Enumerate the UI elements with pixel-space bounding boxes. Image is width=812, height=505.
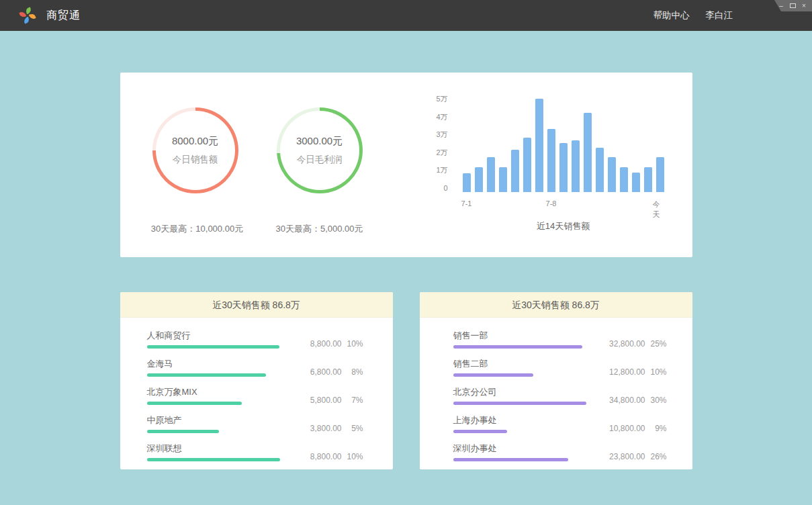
row-percent: 30% [645,396,667,405]
maximize-icon[interactable] [789,3,796,9]
help-center-link[interactable]: 帮助中心 [653,9,690,21]
row-bar [147,345,279,349]
row-value: 8,800.00 [288,340,342,349]
app-title: 商贸通 [46,9,81,23]
row-label: 销售一部 [453,330,592,342]
row-percent: 26% [645,453,667,461]
today-sales-donut-center: 8000.00元 今日销售额 [156,111,235,190]
sales-bar [475,167,483,192]
today-sales-value: 8000.00元 [172,135,218,148]
y-tick: 1万 [429,166,448,175]
today-sales-label: 今日销售额 [173,154,218,166]
today-profit-donut-center: 3000.00元 今日毛利润 [280,111,359,190]
row-percent: 25% [645,340,667,349]
sales-bar [511,150,519,192]
row-label: 金海马 [147,358,288,370]
sales-bar [644,167,652,192]
close-icon[interactable]: × [801,3,807,9]
row-percent: 10% [645,368,667,377]
x-tick-last: 今天 [653,199,665,220]
row-value: 12,800.00 [592,368,645,377]
today-sales-donut: 8000.00元 今日销售额 [152,107,238,193]
sales-row: 北京万象MIX5,800.007% [147,386,363,405]
row-percent: 8% [342,368,363,377]
row-bar [453,345,582,349]
row-value: 34,800.00 [592,396,645,405]
chart-caption: 近14天销售额 [463,220,664,232]
sales-row: 金海马6,800.008% [147,358,363,377]
row-bar [453,373,533,377]
sales-bar [572,140,580,192]
row-value: 32,800.00 [592,340,645,349]
sales-bar [523,138,531,192]
today-profit-value: 3000.00元 [296,135,343,148]
sales-row: 深圳办事处23,800.0026% [453,443,667,461]
sales-row: 人和商贸行8,800.0010% [147,330,363,349]
row-value: 8,800.00 [288,453,342,461]
sales-bar [499,167,507,192]
row-label: 销售二部 [453,358,592,370]
sales-bar [535,99,543,192]
y-tick: 4万 [429,113,448,122]
sales-row: 上海办事处10,800.009% [453,414,667,433]
pinwheel-logo-icon [18,6,37,25]
row-bar [147,402,242,405]
row-value: 5,800.00 [288,396,342,405]
user-name-link[interactable]: 李白江 [706,9,733,21]
row-label: 北京万象MIX [147,386,288,398]
customer-sales-panel-title: 近30天销售额 86.8万 [120,292,393,318]
sales-bar [656,157,664,192]
sales-bar [620,167,628,192]
x-tick-first: 7-1 [461,199,472,208]
y-tick: 3万 [429,130,448,139]
row-percent: 10% [342,453,363,461]
sales-bar [632,173,640,192]
sales-row: 中原地产3,800.005% [147,414,363,433]
customer-sales-rows: 人和商贸行8,800.0010%金海马6,800.008%北京万象MIX5,80… [120,318,393,461]
sales-bar [584,113,592,192]
titlebar-right: 帮助中心 李白江 [653,9,733,21]
sales-14day-bar-chart: 5万4万3万2万1万0 7-1 7-8 今天 近14天销售额 [429,73,671,247]
summary-card: 8000.00元 今日销售额 30天最高：10,000.00元 3000.00元… [120,73,692,257]
sales-bar [559,143,568,192]
sales-row: 深圳联想8,800.0010% [147,443,363,461]
minimize-icon[interactable]: – [778,3,784,9]
sales-bar [547,129,555,192]
row-bar [147,430,219,433]
row-bar [147,373,266,377]
row-percent: 7% [342,396,363,405]
department-sales-panel-title: 近30天销售额 86.8万 [420,292,692,318]
y-tick: 2万 [429,148,448,157]
row-label: 上海办事处 [453,414,592,426]
row-value: 10,800.00 [592,424,645,433]
row-percent: 9% [645,424,667,433]
y-tick: 0 [429,184,448,193]
row-value: 6,800.00 [288,368,342,377]
x-tick-middle: 7-8 [546,199,557,208]
row-label: 北京分公司 [453,386,592,398]
sales-bar [463,173,471,192]
row-label: 深圳办事处 [453,443,592,455]
sales-row: 销售二部12,800.0010% [453,358,667,377]
sales-bar [608,157,616,192]
row-label: 人和商贸行 [147,330,288,342]
window-controls: – × [769,0,812,11]
today-profit-label: 今日毛利润 [297,154,343,166]
row-value: 3,800.00 [288,424,342,433]
sales-bars [463,99,664,192]
department-sales-panel: 近30天销售额 86.8万 销售一部32,800.0025%销售二部12,800… [420,292,692,469]
row-bar [453,402,586,405]
customer-sales-panel: 近30天销售额 86.8万 人和商贸行8,800.0010%金海马6,800.0… [120,292,393,469]
today-profit-30day-max: 30天最高：5,000.00元 [242,223,397,235]
sales-row: 北京分公司34,800.0030% [453,386,667,405]
row-label: 中原地产 [147,414,288,426]
row-label: 深圳联想 [147,443,288,455]
sales-bar [596,148,604,192]
row-bar [453,458,568,461]
row-bar [453,430,507,433]
department-sales-rows: 销售一部32,800.0025%销售二部12,800.0010%北京分公司34,… [420,318,692,461]
row-bar [147,458,280,461]
sales-bar [487,157,495,192]
row-value: 23,800.00 [592,453,645,461]
today-profit-donut: 3000.00元 今日毛利润 [277,107,363,193]
